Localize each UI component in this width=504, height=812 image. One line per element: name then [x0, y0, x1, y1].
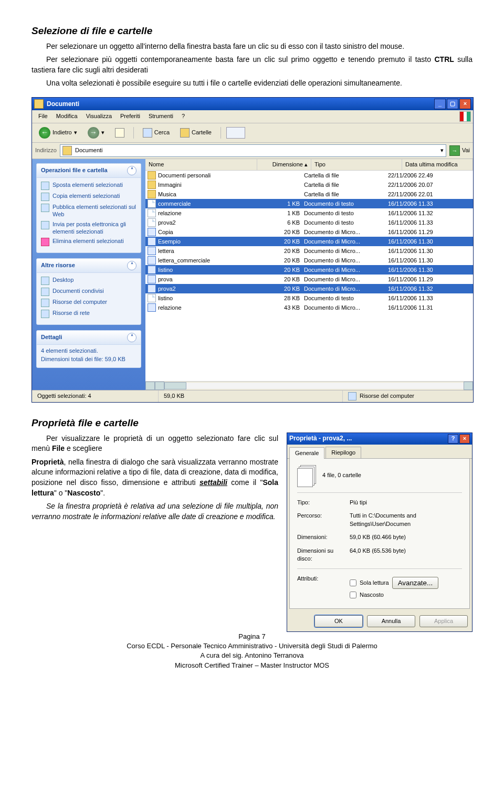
props-close-button[interactable]: × — [459, 434, 470, 444]
cancel-button[interactable]: Annulla — [367, 615, 415, 627]
table-row[interactable]: ImmaginiCartella di file22/11/2006 20.07 — [145, 180, 473, 189]
h-scrollbar[interactable] — [145, 381, 473, 390]
menu-file[interactable]: File — [34, 111, 52, 121]
desktop-icon — [41, 277, 49, 285]
table-row[interactable]: listino20 KBDocumento di Micro...16/11/2… — [145, 265, 473, 275]
val-disksize: 64,0 KB (65.536 byte) — [350, 547, 462, 563]
table-row[interactable]: commerciale1 KBDocumento di testo16/11/2… — [145, 199, 473, 208]
panel-file-ops: Operazioni file e cartella˄ Sposta eleme… — [36, 163, 141, 253]
file-icon — [148, 247, 156, 255]
menubar: File Modifica Visualizza Preferiti Strum… — [32, 110, 473, 123]
file-icon — [148, 284, 156, 293]
apply-button[interactable]: Applica — [419, 615, 468, 627]
minimize-button[interactable]: _ — [434, 99, 446, 109]
table-row[interactable]: prova220 KBDocumento di Micro...16/11/20… — [145, 284, 473, 293]
place-computer[interactable]: Risorse del computer — [41, 297, 136, 308]
up-button[interactable] — [111, 126, 128, 139]
table-row[interactable]: prova20 KBDocumento di Micro...16/11/200… — [145, 275, 473, 284]
op-publish[interactable]: Pubblica elementi selezionati sul Web — [41, 202, 136, 219]
file-icon — [148, 181, 156, 189]
place-network[interactable]: Risorse di rete — [41, 308, 136, 319]
op-email[interactable]: Invia per posta elettronica gli elementi… — [41, 219, 136, 237]
val-size: 59,0 KB (60.466 byte) — [350, 533, 462, 541]
op-copy[interactable]: Copia elementi selezionati — [41, 191, 136, 202]
table-row[interactable]: prova26 KBDocumento di testo16/11/2006 1… — [145, 218, 473, 227]
folders-button[interactable]: Cartelle — [176, 126, 215, 139]
para-2: Per selezionare più oggetti contemporane… — [32, 55, 472, 75]
readonly-checkbox[interactable] — [350, 579, 356, 586]
op-move[interactable]: Sposta elementi selezionati — [41, 180, 136, 191]
close-button[interactable]: × — [459, 99, 471, 109]
file-icon — [148, 275, 156, 283]
tab-general[interactable]: Generale — [289, 447, 324, 459]
menu-view[interactable]: Visualizza — [82, 111, 116, 121]
para-3: Una volta selezionati è possibile esegui… — [32, 78, 472, 89]
menu-favorites[interactable]: Preferiti — [116, 111, 144, 121]
maximize-button[interactable]: ▢ — [447, 99, 458, 109]
props-titlebar[interactable]: Proprietà - prova2, ... ? × — [287, 433, 472, 445]
col-date[interactable]: Data ultima modifica — [402, 159, 473, 170]
props-title: Proprietà - prova2, ... — [289, 434, 448, 443]
table-row[interactable]: MusicaCartella di file22/11/2006 22.01 — [145, 189, 473, 199]
scroll-left-button[interactable] — [145, 382, 155, 390]
address-input[interactable]: Documenti ▾ — [60, 144, 446, 157]
table-row[interactable]: relazione43 KBDocumento di Micro...16/11… — [145, 303, 473, 312]
view-mode-button[interactable] — [226, 127, 245, 139]
tab-summary[interactable]: Riepilogo — [326, 447, 361, 458]
summary-text: 4 file, 0 cartelle — [322, 471, 361, 479]
table-row[interactable]: Copia20 KBDocumento di Micro...16/11/200… — [145, 227, 473, 237]
heading-selection: Selezione di file e cartelle — [32, 24, 472, 38]
col-name[interactable]: Nome — [145, 159, 257, 170]
multi-file-icon — [297, 465, 315, 486]
val-path: Tutti in C:\Documents and Settings\User\… — [350, 512, 462, 528]
op-delete[interactable]: Elimina elementi selezionati — [41, 236, 136, 247]
status-size: 59,0 KB — [159, 391, 343, 402]
back-button[interactable]: ←Indietro ▾ — [35, 125, 81, 140]
ok-button[interactable]: OK — [314, 615, 363, 627]
panel-details: Dettagli˄ 4 elementi selezionati. Dimens… — [36, 330, 141, 368]
col-type[interactable]: Tipo — [311, 159, 402, 170]
properties-dialog: Proprietà - prova2, ... ? × Generale Rie… — [287, 433, 472, 632]
table-row[interactable]: lettera20 KBDocumento di Micro...16/11/2… — [145, 246, 473, 256]
col-size[interactable]: Dimensione ▴ — [257, 159, 311, 170]
panel-other-places: Altre risorse˄ Desktop Documenti condivi… — [36, 258, 141, 325]
lbl-size: Dimensioni: — [297, 533, 350, 541]
advanced-button[interactable]: Avanzate... — [392, 577, 438, 589]
email-icon — [41, 221, 49, 229]
table-row[interactable]: lettera_commerciale20 KBDocumento di Mic… — [145, 256, 473, 265]
menu-edit[interactable]: Modifica — [52, 111, 82, 121]
forward-button[interactable]: → ▾ — [84, 125, 108, 140]
titlebar[interactable]: Documenti _ ▢ × — [32, 98, 473, 110]
addressbar: Indirizzo Documenti ▾ → Vai — [32, 143, 473, 159]
search-icon — [143, 128, 152, 138]
file-list: Nome Dimensione ▴ Tipo Data ultima modif… — [145, 159, 473, 390]
search-button[interactable]: Cerca — [139, 126, 173, 139]
scroll-thumb[interactable] — [164, 382, 186, 389]
go-button[interactable]: → — [449, 145, 460, 156]
address-label: Indirizzo — [35, 146, 57, 154]
table-row[interactable]: relazione1 KBDocumento di testo16/11/200… — [145, 208, 473, 218]
place-shared[interactable]: Documenti condivisi — [41, 286, 136, 297]
folder-icon — [34, 99, 44, 109]
scroll-right-button[interactable] — [464, 382, 473, 390]
folder-icon — [62, 146, 72, 155]
place-desktop[interactable]: Desktop — [41, 275, 136, 286]
scroll-aux-button[interactable] — [155, 382, 164, 390]
publish-icon — [41, 204, 49, 212]
collapse-button[interactable]: ˄ — [127, 333, 136, 342]
help-button[interactable]: ? — [448, 434, 458, 444]
menu-help[interactable]: ? — [177, 111, 189, 121]
hidden-checkbox[interactable] — [350, 592, 356, 598]
collapse-button[interactable]: ˄ — [127, 166, 136, 175]
file-icon — [148, 218, 156, 227]
table-row[interactable]: Esempio20 KBDocumento di Micro...16/11/2… — [145, 237, 473, 246]
collapse-button[interactable]: ˄ — [127, 261, 136, 270]
lbl-path: Percorso: — [297, 512, 350, 528]
menu-tools[interactable]: Strumenti — [144, 111, 177, 121]
computer-icon — [41, 299, 49, 307]
network-icon — [41, 310, 49, 318]
move-icon — [41, 182, 49, 190]
table-row[interactable]: listino28 KBDocumento di testo16/11/2006… — [145, 293, 473, 303]
table-row[interactable]: Documenti personaliCartella di file22/11… — [145, 171, 473, 180]
explorer-window: Documenti _ ▢ × File Modifica Visualizza… — [32, 97, 474, 403]
